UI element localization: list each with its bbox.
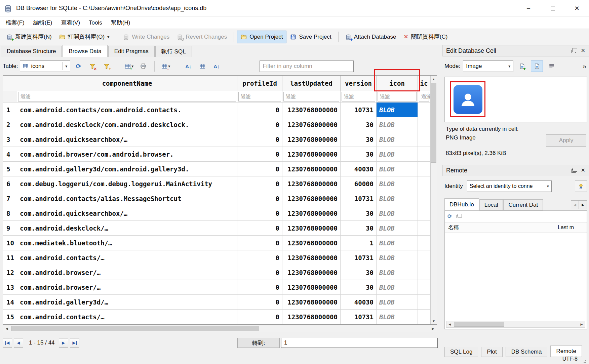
cell-icon2[interactable] bbox=[418, 206, 430, 221]
remote-scroll-left-button[interactable]: ◀ bbox=[446, 321, 453, 327]
cell-icon2[interactable] bbox=[418, 117, 430, 132]
row-number[interactable]: 1 bbox=[3, 103, 17, 117]
cell-version[interactable]: 10731 bbox=[341, 250, 377, 265]
cell-profileId[interactable]: 0 bbox=[237, 295, 282, 310]
cell-icon2[interactable] bbox=[418, 295, 430, 310]
cell-icon2[interactable] bbox=[418, 280, 430, 295]
vertical-scrollbar[interactable]: ▲ ▼ bbox=[430, 76, 437, 324]
remote-scroll-thumb[interactable] bbox=[454, 322, 504, 327]
cell-profileId[interactable]: 0 bbox=[237, 176, 282, 191]
cell-lastUpdated[interactable]: 1230768000000 bbox=[282, 176, 341, 191]
column-header-version[interactable]: version bbox=[341, 76, 377, 91]
scroll-down-button[interactable]: ▼ bbox=[431, 318, 437, 324]
row-number[interactable]: 4 bbox=[3, 147, 17, 162]
tab-sql-log[interactable]: SQL Log bbox=[444, 347, 478, 357]
column-header-last-modified[interactable]: Last m bbox=[555, 225, 574, 231]
cell-icon[interactable]: BLOB bbox=[377, 236, 418, 250]
cell-lastUpdated[interactable]: 1230768000000 bbox=[282, 191, 341, 206]
table-select[interactable]: icons ▾ bbox=[20, 60, 70, 72]
column-header-name[interactable]: 名稱 bbox=[445, 223, 555, 233]
close-dock-icon[interactable]: ✕ bbox=[581, 48, 585, 53]
remote-refresh-icon[interactable]: ⟳ bbox=[447, 214, 452, 219]
cell-icon[interactable]: BLOB bbox=[377, 117, 418, 132]
clear-all-filters-button[interactable]: ✕ bbox=[86, 61, 99, 72]
column-header-icon[interactable]: icon bbox=[377, 76, 418, 91]
apply-button[interactable]: Apply bbox=[546, 134, 586, 147]
cell-icon[interactable]: BLOB bbox=[377, 162, 418, 176]
cell-profileId[interactable]: 0 bbox=[237, 265, 282, 280]
cell-componentName[interactable]: com.android.contacts/… bbox=[17, 250, 237, 265]
cell-version[interactable]: 30 bbox=[341, 132, 377, 147]
image-mode-button[interactable] bbox=[531, 60, 543, 72]
cell-profileId[interactable]: 0 bbox=[237, 236, 282, 250]
cell-icon[interactable]: BLOB bbox=[377, 147, 418, 162]
filter-input-version[interactable]: 過濾 bbox=[342, 92, 375, 102]
cell-profileId[interactable]: 0 bbox=[237, 310, 282, 324]
filter-input-profileId[interactable]: 過濾 bbox=[238, 92, 281, 102]
cell-version[interactable]: 30 bbox=[341, 117, 377, 132]
close-button[interactable]: ✕ bbox=[565, 0, 589, 16]
column-header-profileId[interactable]: profileId bbox=[237, 76, 282, 91]
horizontal-scroll-thumb[interactable] bbox=[11, 326, 259, 331]
previous-record-button[interactable]: ◀ bbox=[14, 338, 23, 348]
tab-db-schema[interactable]: DB Schema bbox=[506, 347, 548, 357]
cell-componentName[interactable]: com.android.deskclock/com.android.deskcl… bbox=[17, 117, 237, 132]
cell-icon[interactable]: BLOB bbox=[377, 280, 418, 295]
goto-record-input[interactable] bbox=[281, 338, 438, 348]
text-mode-button[interactable] bbox=[546, 60, 558, 72]
cell-icon2[interactable] bbox=[418, 265, 430, 280]
tab-browse-data[interactable]: Browse Data bbox=[63, 45, 107, 57]
cell-lastUpdated[interactable]: 1230768000000 bbox=[282, 250, 341, 265]
filter-input-componentName[interactable]: 過濾 bbox=[18, 92, 236, 102]
tab-database-structure[interactable]: Database Structure bbox=[1, 46, 62, 57]
cell-profileId[interactable]: 0 bbox=[237, 191, 282, 206]
revert-changes-button[interactable]: ↺ Revert Changes bbox=[173, 31, 231, 43]
identity-select[interactable]: Select an identity to conne ▾ bbox=[467, 180, 552, 192]
row-number[interactable]: 6 bbox=[3, 176, 17, 191]
cell-lastUpdated[interactable]: 1230768000000 bbox=[282, 103, 341, 117]
cell-icon2[interactable] bbox=[418, 147, 430, 162]
cell-lastUpdated[interactable]: 1230768000000 bbox=[282, 221, 341, 236]
toolbar-overflow-ic[interactable]: » bbox=[583, 63, 587, 70]
sort-ascending-button[interactable]: A↓ bbox=[182, 61, 194, 72]
cell-componentName[interactable]: com.android.browser/com.android.browser. bbox=[17, 147, 237, 162]
filter-input-lastUpdated[interactable]: 過濾 bbox=[283, 92, 339, 102]
cell-version[interactable]: 30 bbox=[341, 147, 377, 162]
columns-button[interactable] bbox=[196, 61, 208, 72]
print-button[interactable] bbox=[137, 61, 149, 72]
tab-edit-pragmas[interactable]: Edit Pragmas bbox=[108, 46, 155, 57]
cell-lastUpdated[interactable]: 1230768000000 bbox=[282, 295, 341, 310]
cell-icon[interactable]: BLOB bbox=[377, 206, 418, 221]
cell-lastUpdated[interactable]: 1230768000000 bbox=[282, 206, 341, 221]
cell-icon2[interactable] bbox=[418, 236, 430, 250]
row-number[interactable]: 7 bbox=[3, 191, 17, 206]
next-record-button[interactable]: ▶ bbox=[59, 338, 68, 348]
encoding-status[interactable]: UTF-8 bbox=[562, 356, 578, 362]
cell-icon2[interactable] bbox=[418, 221, 430, 236]
cell-profileId[interactable]: 0 bbox=[237, 162, 282, 176]
cell-componentName[interactable]: com.debug.loggerui/com.debug.loggerui.Ma… bbox=[17, 176, 237, 191]
remote-scroll-right-button[interactable]: ▶ bbox=[578, 321, 585, 327]
import-data-button[interactable]: ▼ bbox=[516, 60, 528, 72]
cell-componentName[interactable]: com.mediatek.bluetooth/… bbox=[17, 236, 237, 250]
open-project-button[interactable]: Open Project bbox=[237, 31, 286, 43]
attach-database-button[interactable]: + Attach Database bbox=[342, 31, 400, 43]
tab-local[interactable]: Local bbox=[479, 199, 503, 210]
tab-dbhub[interactable]: DBHub.io bbox=[444, 198, 479, 210]
cell-componentName[interactable]: com.android.contacts/… bbox=[17, 310, 237, 324]
horizontal-scrollbar[interactable]: ◀ ▶ bbox=[3, 325, 437, 332]
close-database-button[interactable]: ✕ 關閉資料庫(C) bbox=[400, 30, 451, 44]
cell-componentName[interactable]: com.android.browser/… bbox=[17, 280, 237, 295]
column-header-componentName[interactable]: componentName bbox=[17, 76, 237, 91]
row-number[interactable]: 15 bbox=[3, 310, 17, 324]
cell-componentName[interactable]: com.android.contacts/com.android.contact… bbox=[17, 103, 237, 117]
cell-profileId[interactable]: 0 bbox=[237, 132, 282, 147]
row-number[interactable]: 5 bbox=[3, 162, 17, 176]
row-number[interactable]: 13 bbox=[3, 280, 17, 295]
menu-view[interactable]: 查看(V) bbox=[56, 17, 84, 29]
cell-lastUpdated[interactable]: 1230768000000 bbox=[282, 236, 341, 250]
cell-version[interactable]: 30 bbox=[341, 265, 377, 280]
cell-version[interactable]: 60000 bbox=[341, 176, 377, 191]
row-number[interactable]: 11 bbox=[3, 250, 17, 265]
cell-version[interactable]: 30 bbox=[341, 280, 377, 295]
